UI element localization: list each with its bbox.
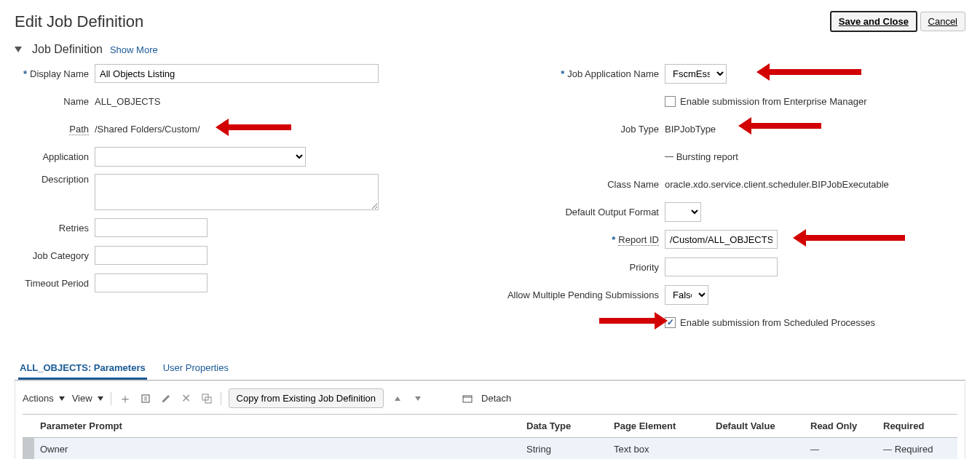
- cell-default-value: [710, 438, 805, 460]
- class-name-value: oracle.xdo.service.client.scheduler.BIPJ…: [665, 179, 889, 190]
- detach-button[interactable]: Detach: [481, 393, 511, 404]
- report-id-label: Report ID: [497, 234, 665, 245]
- annotation-arrow-icon: [803, 235, 905, 241]
- add-icon[interactable]: ＋: [119, 392, 132, 405]
- priority-label: Priority: [497, 262, 665, 273]
- view-menu[interactable]: View: [72, 393, 103, 404]
- description-textarea[interactable]: [95, 174, 379, 210]
- col-page-element: Page Element: [608, 415, 710, 438]
- description-label: Description: [15, 174, 95, 185]
- cell-page-element: Text box: [608, 438, 710, 460]
- enable-em-label: Enable submission from Enterprise Manage…: [680, 96, 867, 107]
- path-label: Path: [15, 124, 95, 135]
- page-title: Edit Job Definition: [15, 12, 143, 31]
- section-title: Job Definition: [32, 43, 103, 56]
- timeout-label: Timeout Period: [15, 278, 95, 289]
- timeout-input[interactable]: [95, 274, 208, 292]
- col-read-only: Read Only: [805, 415, 877, 438]
- job-type-label: Job Type: [497, 124, 665, 135]
- application-select[interactable]: [95, 147, 306, 167]
- allow-multi-label: Allow Multiple Pending Submissions: [497, 290, 665, 300]
- class-name-label: Class Name: [497, 179, 665, 190]
- annotation-arrow-icon: [599, 318, 657, 324]
- col-parameter-prompt: Parameter Prompt: [34, 415, 521, 438]
- divider: [221, 392, 221, 405]
- move-up-icon[interactable]: [391, 392, 404, 405]
- retries-label: Retries: [15, 223, 95, 234]
- actions-menu[interactable]: Actions: [23, 393, 65, 404]
- row-handle[interactable]: [23, 438, 34, 460]
- name-label: Name: [15, 96, 95, 107]
- default-output-select[interactable]: [665, 202, 701, 222]
- chevron-down-icon: [98, 396, 103, 401]
- application-label: Application: [15, 151, 95, 162]
- dash-icon: [665, 156, 673, 157]
- job-type-value: BIPJobType: [665, 124, 716, 135]
- job-category-label: Job Category: [15, 250, 95, 261]
- retries-input[interactable]: [95, 218, 208, 237]
- cell-prompt: Owner: [34, 438, 521, 460]
- disclosure-icon[interactable]: [15, 47, 22, 52]
- default-output-label: Default Output Format: [497, 207, 665, 217]
- tab-user-properties[interactable]: User Properties: [162, 358, 230, 380]
- display-name-label: Display Name: [15, 68, 95, 79]
- cell-data-type: String: [521, 438, 608, 460]
- allow-multi-select[interactable]: False: [665, 285, 708, 305]
- save-and-close-button[interactable]: Save and Close: [830, 11, 917, 32]
- path-value: /Shared Folders/Custom/: [95, 124, 200, 135]
- edit-icon[interactable]: [159, 392, 173, 405]
- annotation-arrow-icon: [226, 124, 291, 130]
- cancel-button[interactable]: Cancel: [920, 12, 965, 31]
- enable-em-checkbox[interactable]: [665, 96, 676, 107]
- detach-icon[interactable]: [461, 392, 474, 405]
- cell-read-only: [805, 438, 877, 460]
- tab-parameters[interactable]: ALL_OBJECTS: Parameters: [18, 358, 147, 380]
- dash-icon: [883, 450, 892, 450]
- copy-icon[interactable]: [200, 392, 213, 405]
- priority-input[interactable]: [665, 258, 778, 276]
- cell-required: Required: [877, 438, 957, 460]
- enable-sp-label: Enable submission from Scheduled Process…: [680, 317, 875, 328]
- job-category-input[interactable]: [95, 246, 208, 265]
- annotation-arrow-icon: [748, 123, 821, 129]
- col-default-value: Default Value: [710, 415, 805, 438]
- report-id-input[interactable]: [665, 230, 778, 249]
- chevron-down-icon: [59, 396, 65, 401]
- table-row[interactable]: Owner String Text box Required: [23, 438, 957, 460]
- svg-rect-6: [463, 396, 472, 402]
- bursting-label: Bursting report: [676, 151, 738, 162]
- annotation-arrow-icon: [767, 69, 861, 75]
- job-app-name-label: Job Application Name: [497, 68, 665, 79]
- divider: [111, 392, 111, 405]
- show-more-link[interactable]: Show More: [110, 44, 158, 55]
- job-app-name-select[interactable]: FscmEss: [665, 64, 727, 84]
- duplicate-icon[interactable]: [139, 392, 152, 405]
- col-data-type: Data Type: [521, 415, 608, 438]
- dash-icon: [810, 450, 819, 450]
- display-name-input[interactable]: [95, 64, 379, 83]
- copy-from-existing-button[interactable]: Copy from Existing Job Definition: [229, 388, 384, 408]
- delete-icon[interactable]: ✕: [180, 392, 193, 405]
- move-down-icon[interactable]: [411, 392, 424, 405]
- name-value: ALL_OBJECTS: [95, 96, 160, 107]
- col-required: Required: [877, 415, 957, 438]
